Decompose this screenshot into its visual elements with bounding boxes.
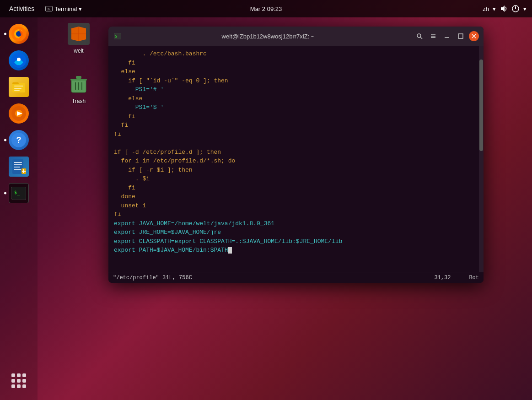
dock-item-thunderbird[interactable] bbox=[7, 49, 31, 72]
active-dot-terminal bbox=[4, 192, 6, 195]
svg-rect-34 bbox=[76, 76, 81, 79]
terminal-taskbar-button[interactable]: Terminal ▾ bbox=[42, 4, 86, 14]
top-bar-left: Activities Terminal ▾ bbox=[5, 3, 86, 14]
code-line-5: PS1='# ' bbox=[114, 85, 473, 94]
code-line-21: export CLASSPATH=export CLASSPATH=.:$JAV… bbox=[114, 237, 473, 246]
top-bar: Activities Terminal ▾ Mar 2 09:23 zh ▾ ▾ bbox=[0, 0, 532, 17]
dot1 bbox=[11, 373, 15, 377]
close-button[interactable] bbox=[469, 31, 479, 41]
code-line-4: if [ "`id -u`" -eq 0 ]; then bbox=[114, 76, 473, 86]
svg-rect-0 bbox=[47, 7, 51, 11]
minimize-button[interactable] bbox=[441, 31, 452, 42]
svg-rect-15 bbox=[14, 90, 20, 91]
files-icon bbox=[9, 77, 29, 97]
dock-item-writer[interactable] bbox=[7, 155, 31, 178]
code-line-15: fi bbox=[114, 184, 473, 193]
dot9 bbox=[22, 384, 26, 388]
help-icon: ? bbox=[9, 130, 29, 150]
code-line-8: fi bbox=[114, 112, 473, 121]
terminal-body: . /etc/bash.bashrc fi else if [ "`id -u`… bbox=[108, 46, 484, 272]
thunderbird-icon bbox=[9, 50, 29, 70]
sys-tray: zh ▾ ▾ bbox=[483, 5, 527, 13]
code-line-12: for i in /etc/profile.d/*.sh; do bbox=[114, 157, 473, 166]
dot6 bbox=[22, 379, 26, 383]
code-line-13: if [ -r $i ]; then bbox=[114, 166, 473, 175]
svg-point-40 bbox=[417, 34, 421, 38]
terminal-taskbar-label: Terminal bbox=[54, 5, 77, 12]
rhythmbox-icon bbox=[9, 103, 29, 124]
welt-icon bbox=[67, 22, 91, 46]
desktop-icon-welt[interactable]: welt bbox=[60, 22, 97, 54]
code-line-9: fi bbox=[114, 121, 473, 130]
maximize-button[interactable] bbox=[455, 31, 466, 42]
code-line-16: done bbox=[114, 192, 473, 201]
code-line-18: fi bbox=[114, 210, 473, 219]
dot4 bbox=[11, 379, 15, 383]
svg-rect-33 bbox=[70, 79, 87, 81]
volume-icon[interactable] bbox=[500, 5, 508, 13]
terminal-content-area[interactable]: . /etc/bash.bashrc fi else if [ "`id -u`… bbox=[108, 46, 479, 272]
svg-rect-12 bbox=[12, 82, 19, 84]
desktop: ? bbox=[0, 17, 532, 400]
dock-item-rhythmbox[interactable] bbox=[7, 102, 31, 125]
code-line-blank bbox=[114, 139, 473, 148]
code-line-3: else bbox=[114, 67, 473, 76]
trash-label: Trash bbox=[72, 98, 86, 104]
svg-text:?: ? bbox=[16, 135, 21, 145]
system-menu-chevron[interactable]: ▾ bbox=[523, 5, 527, 12]
svg-rect-22 bbox=[14, 162, 22, 163]
dot7 bbox=[11, 384, 15, 388]
top-bar-right: zh ▾ ▾ bbox=[483, 5, 527, 13]
dock-item-files[interactable] bbox=[7, 75, 31, 99]
dock-bottom bbox=[9, 371, 29, 391]
status-bot: Bot bbox=[469, 275, 479, 281]
dot3 bbox=[22, 373, 26, 377]
activities-button[interactable]: Activities bbox=[5, 3, 38, 14]
dot2 bbox=[17, 373, 21, 377]
terminal-titlebar: $ welt@iZbp1b12w8wosj12brr7xiZ: ~ bbox=[108, 27, 484, 46]
welt-label: welt bbox=[74, 48, 83, 54]
titlebar-controls bbox=[414, 31, 479, 42]
dock-item-help[interactable]: ? bbox=[7, 128, 31, 152]
code-line-20: export JRE_HOME=$JAVA_HOME/jre bbox=[114, 228, 473, 237]
terminal-window: $ welt@iZbp1b12w8wosj12brr7xiZ: ~ bbox=[108, 27, 484, 283]
active-indicator bbox=[4, 33, 6, 35]
dot5 bbox=[17, 379, 21, 383]
svg-rect-46 bbox=[458, 34, 463, 38]
code-line-7: PS1='$ ' bbox=[114, 103, 473, 112]
code-line-2: fi bbox=[114, 59, 473, 68]
app-grid-button[interactable] bbox=[9, 371, 29, 391]
cursor bbox=[228, 247, 232, 254]
dock-item-firefox[interactable] bbox=[7, 22, 31, 46]
terminal-statusbar: "/etc/profile" 31L, 756C 31,32 Bot bbox=[108, 272, 484, 283]
scrollbar-thumb[interactable] bbox=[479, 59, 483, 151]
active-dot bbox=[4, 139, 6, 141]
terminal-scrollbar[interactable] bbox=[479, 46, 484, 272]
dock: ? bbox=[0, 17, 38, 400]
svg-line-41 bbox=[420, 37, 422, 39]
svg-rect-25 bbox=[14, 169, 21, 170]
dot8 bbox=[17, 384, 21, 388]
svg-text:$: $ bbox=[115, 34, 117, 38]
code-line-14: . $i bbox=[114, 174, 473, 184]
code-line-17: unset i bbox=[114, 201, 473, 211]
svg-marker-3 bbox=[501, 5, 505, 12]
datetime-display: Mar 2 09:23 bbox=[250, 5, 282, 12]
code-line-6: else bbox=[114, 94, 473, 103]
search-button[interactable] bbox=[414, 31, 425, 42]
status-position: 31,32 bbox=[434, 275, 451, 281]
lang-indicator[interactable]: zh bbox=[483, 5, 489, 12]
terminal-window-icon: $ bbox=[113, 32, 122, 41]
lang-chevron: ▾ bbox=[493, 5, 496, 12]
code-line-22: export PATH=$JAVA_HOME/bin:$PATH bbox=[114, 246, 473, 255]
desktop-icon-trash[interactable]: Trash bbox=[60, 72, 97, 104]
firefox-icon bbox=[9, 24, 29, 44]
dock-item-terminal[interactable]: $_ bbox=[7, 181, 31, 205]
code-line-10: fi bbox=[114, 130, 473, 139]
menu-button[interactable] bbox=[428, 31, 439, 42]
terminal-taskbar-icon bbox=[45, 6, 53, 11]
trash-icon bbox=[67, 72, 91, 96]
svg-rect-14 bbox=[14, 88, 21, 89]
power-icon[interactable] bbox=[511, 5, 520, 13]
svg-rect-13 bbox=[14, 86, 23, 86]
